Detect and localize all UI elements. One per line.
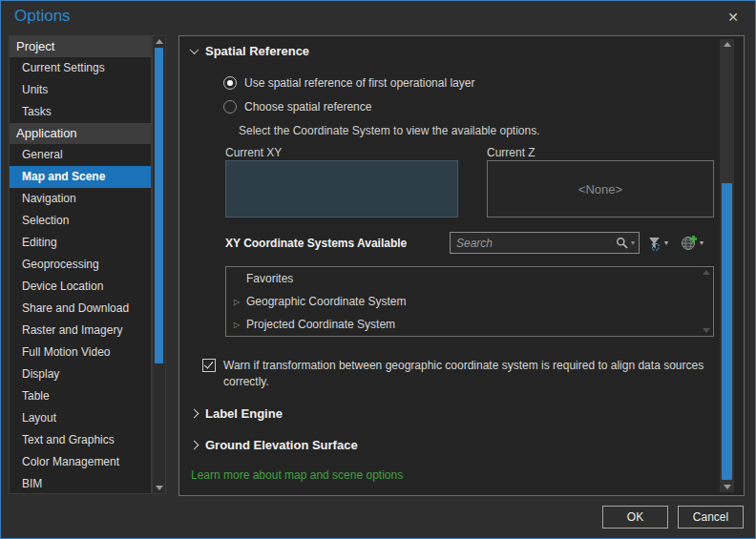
sidebar-item-device-location[interactable]: Device Location — [10, 276, 151, 298]
section-title: Ground Elevation Surface — [205, 438, 358, 452]
list-scrollbar[interactable] — [702, 269, 711, 334]
sidebar-item-geoprocessing[interactable]: Geoprocessing — [10, 254, 151, 276]
sidebar-item-general[interactable]: General — [10, 144, 151, 166]
options-dialog: Options ✕ Project Current Settings Units… — [0, 0, 756, 539]
sidebar-item-layout[interactable]: Layout — [10, 407, 151, 429]
settings-panel: Spatial Reference Use spatial reference … — [178, 35, 745, 496]
sidebar-item-share-and-download[interactable]: Share and Download — [10, 298, 151, 320]
dialog-title: Options — [14, 7, 71, 26]
list-item-label: Geographic Coordinate System — [246, 295, 406, 308]
add-coordinate-system-button[interactable]: ▾ — [681, 231, 704, 255]
scroll-down-icon[interactable] — [720, 482, 734, 492]
sidebar-item-full-motion-video[interactable]: Full Motion Video — [10, 342, 151, 363]
cancel-button[interactable]: Cancel — [678, 506, 744, 529]
section-ground-elevation-surface[interactable]: Ground Elevation Surface — [191, 438, 358, 452]
sidebar-item-bim[interactable]: BIM — [10, 473, 151, 494]
chevron-right-icon — [190, 409, 200, 419]
sidebar-item-units[interactable]: Units — [10, 79, 151, 101]
coordinate-system-hint: Select the Coordinate System to view the… — [239, 124, 540, 137]
xy-systems-available-label: XY Coordinate Systems Available — [225, 237, 407, 250]
coordinate-system-list: Favorites ▷ Geographic Coordinate System… — [225, 266, 714, 337]
radio-selected-icon — [223, 76, 237, 90]
current-z-value: <None> — [578, 182, 622, 197]
sidebar-item-table[interactable]: Table — [10, 385, 151, 407]
filter-button[interactable]: ▾ — [647, 231, 668, 255]
checkbox-checked-icon[interactable] — [202, 359, 216, 372]
globe-dropdown-icon[interactable]: ▾ — [700, 238, 704, 247]
sidebar-item-selection[interactable]: Selection — [10, 210, 151, 232]
sidebar-item-text-and-graphics[interactable]: Text and Graphics — [10, 429, 151, 451]
list-scroll-down-icon[interactable] — [703, 328, 710, 333]
section-title: Label Engine — [205, 406, 283, 421]
sidebar-section-application: Application — [10, 123, 151, 144]
expand-icon[interactable]: ▷ — [234, 298, 246, 306]
section-spatial-reference[interactable]: Spatial Reference — [191, 44, 309, 58]
list-item-geographic-coordinate-system[interactable]: ▷ Geographic Coordinate System — [226, 290, 713, 313]
scroll-down-icon[interactable] — [153, 483, 165, 493]
search-icon[interactable] — [616, 237, 630, 249]
radio-label: Choose spatial reference — [244, 100, 371, 114]
sidebar-item-color-management[interactable]: Color Management — [10, 451, 151, 473]
warn-transformation-checkbox[interactable]: Warn if transformation between geographi… — [202, 358, 716, 390]
radio-label: Use spatial reference of first operation… — [244, 76, 474, 90]
list-item-favorites[interactable]: Favorites — [226, 267, 713, 290]
expand-icon[interactable]: ▷ — [234, 321, 246, 329]
learn-more-link[interactable]: Learn more about map and scene options — [191, 468, 403, 482]
radio-choose-spatial-reference[interactable]: Choose spatial reference — [223, 100, 371, 114]
list-item-label: Projected Coordinate System — [246, 318, 395, 331]
current-xy-label: Current XY — [225, 146, 282, 159]
scroll-up-icon[interactable] — [153, 36, 165, 47]
filter-dropdown-icon[interactable]: ▾ — [664, 238, 668, 247]
sidebar-scrollbar[interactable] — [152, 35, 166, 494]
list-item-projected-coordinate-system[interactable]: ▷ Projected Coordinate System — [226, 313, 713, 336]
search-dropdown-icon[interactable]: ▾ — [630, 238, 639, 247]
section-title: Spatial Reference — [205, 44, 309, 58]
sidebar-item-display[interactable]: Display — [10, 363, 151, 385]
globe-add-icon — [681, 235, 698, 251]
title-bar: Options ✕ — [1, 1, 755, 33]
sidebar-item-navigation[interactable]: Navigation — [10, 188, 151, 210]
search-input[interactable] — [451, 237, 616, 250]
sidebar-item-editing[interactable]: Editing — [10, 232, 151, 254]
sidebar-item-tasks[interactable]: Tasks — [10, 101, 151, 123]
current-z-value-box[interactable]: <None> — [487, 160, 714, 218]
sidebar-item-current-settings[interactable]: Current Settings — [10, 57, 151, 79]
coordinate-search[interactable]: ▾ — [450, 232, 640, 254]
section-label-engine[interactable]: Label Engine — [191, 406, 283, 421]
current-xy-value-box[interactable] — [225, 160, 458, 218]
sidebar: Project Current Settings Units Tasks App… — [9, 35, 152, 494]
radio-unselected-icon — [223, 100, 237, 114]
checkbox-label: Warn if transformation between geographi… — [223, 358, 716, 390]
current-z-label: Current Z — [487, 146, 536, 159]
scroll-up-icon[interactable] — [720, 39, 734, 50]
list-scroll-up-icon[interactable] — [703, 270, 710, 275]
radio-use-first-layer[interactable]: Use spatial reference of first operation… — [223, 76, 474, 90]
panel-scrollbar-thumb[interactable] — [722, 183, 732, 480]
sidebar-section-project: Project — [10, 36, 151, 57]
sidebar-scrollbar-thumb[interactable] — [155, 48, 163, 363]
chevron-right-icon — [190, 441, 200, 450]
close-icon[interactable]: ✕ — [724, 9, 742, 26]
sidebar-item-raster-and-imagery[interactable]: Raster and Imagery — [10, 320, 151, 342]
filter-icon — [647, 236, 662, 251]
list-item-label: Favorites — [246, 272, 293, 285]
ok-button[interactable]: OK — [602, 506, 668, 529]
chevron-down-icon — [190, 45, 200, 54]
sidebar-item-map-and-scene[interactable]: Map and Scene — [10, 166, 151, 188]
panel-scrollbar[interactable] — [720, 39, 734, 492]
